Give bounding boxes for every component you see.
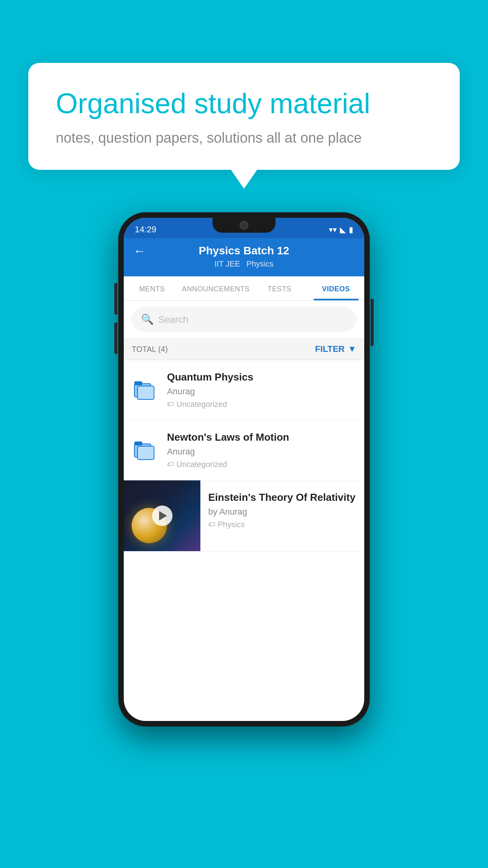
battery-icon: ▮: [349, 225, 353, 234]
video-info: Quantum Physics Anurag 🏷 Uncategorized: [167, 371, 356, 409]
video-folder-icon: [132, 378, 159, 402]
total-count-label: TOTAL (4): [132, 345, 168, 354]
filter-button[interactable]: FILTER ▼: [315, 344, 356, 354]
status-icons: ▾▾ ◣ ▮: [329, 225, 353, 234]
volume-down-button: [114, 322, 117, 354]
video-author: Anurag: [167, 447, 356, 457]
phone-notch: [213, 218, 275, 233]
svg-rect-1: [134, 381, 142, 385]
video-folder-icon: [132, 438, 159, 462]
status-time: 14:29: [135, 224, 156, 235]
tabs-bar: MENTS ANNOUNCEMENTS TESTS VIDEOS: [124, 276, 364, 301]
tab-tests[interactable]: TESTS: [251, 276, 308, 300]
wifi-icon: ▾▾: [329, 225, 337, 234]
header-subtitle-iitjee: IIT JEE: [215, 259, 240, 268]
play-button[interactable]: [152, 506, 172, 526]
video-info: Newton's Laws of Motion Anurag 🏷 Uncateg…: [167, 431, 356, 469]
signal-icon: ◣: [340, 225, 346, 234]
tag-label: Uncategorized: [176, 460, 227, 469]
tag-label: Physics: [218, 520, 245, 529]
search-box[interactable]: 🔍 Search: [132, 307, 356, 332]
list-item[interactable]: Newton's Laws of Motion Anurag 🏷 Uncateg…: [124, 420, 364, 480]
list-item[interactable]: Einstein's Theory Of Relativity by Anura…: [124, 480, 364, 552]
play-triangle-icon: [159, 511, 167, 520]
video-list: Quantum Physics Anurag 🏷 Uncategorized: [124, 360, 364, 552]
volume-up-button: [114, 283, 117, 314]
video-author: Anurag: [167, 386, 356, 397]
video-info: Einstein's Theory Of Relativity by Anura…: [200, 480, 364, 540]
front-camera: [240, 221, 248, 230]
tab-announcements[interactable]: ANNOUNCEMENTS: [180, 276, 251, 300]
video-tag: 🏷 Uncategorized: [167, 400, 356, 409]
tag-icon: 🏷: [167, 400, 174, 408]
svg-rect-5: [138, 446, 154, 460]
search-container: 🔍 Search: [124, 301, 364, 338]
video-tag: 🏷 Uncategorized: [167, 460, 356, 469]
list-item[interactable]: Quantum Physics Anurag 🏷 Uncategorized: [124, 360, 364, 420]
filter-bar: TOTAL (4) FILTER ▼: [124, 338, 364, 360]
search-placeholder: Search: [158, 314, 188, 325]
speech-bubble-section: Organised study material notes, question…: [28, 63, 460, 170]
video-tag: 🏷 Physics: [208, 520, 356, 529]
svg-rect-2: [138, 386, 154, 399]
video-title: Einstein's Theory Of Relativity: [208, 491, 356, 504]
header-title: Physics Batch 12: [199, 245, 289, 257]
filter-funnel-icon: ▼: [348, 344, 356, 354]
video-title: Quantum Physics: [167, 371, 356, 383]
phone-device: 14:29 ▾▾ ◣ ▮ ← Physics Batch 12 IIT JEE …: [118, 212, 370, 726]
filter-label: FILTER: [315, 344, 345, 354]
power-button: [371, 299, 374, 346]
speech-bubble: Organised study material notes, question…: [28, 63, 460, 170]
tag-icon: 🏷: [167, 460, 174, 469]
tab-videos[interactable]: VIDEOS: [308, 276, 364, 300]
back-button[interactable]: ←: [133, 244, 146, 258]
tab-ments[interactable]: MENTS: [124, 276, 180, 300]
search-icon: 🔍: [141, 313, 154, 326]
video-author: by Anurag: [208, 507, 356, 517]
header-subtitle-physics: Physics: [246, 259, 273, 268]
app-header: ← Physics Batch 12 IIT JEE Physics: [124, 238, 364, 276]
header-subtitle: IIT JEE Physics: [215, 259, 273, 268]
video-title: Newton's Laws of Motion: [167, 431, 356, 443]
svg-rect-4: [134, 441, 142, 445]
bubble-title: Organised study material: [56, 86, 432, 120]
tag-label: Uncategorized: [176, 400, 227, 409]
header-top: ← Physics Batch 12: [133, 245, 355, 257]
phone-screen: 14:29 ▾▾ ◣ ▮ ← Physics Batch 12 IIT JEE …: [124, 218, 364, 721]
tag-icon: 🏷: [208, 520, 215, 529]
phone-frame: 14:29 ▾▾ ◣ ▮ ← Physics Batch 12 IIT JEE …: [118, 212, 370, 726]
video-thumbnail: [124, 480, 200, 551]
bubble-subtitle: notes, question papers, solutions all at…: [56, 130, 432, 146]
